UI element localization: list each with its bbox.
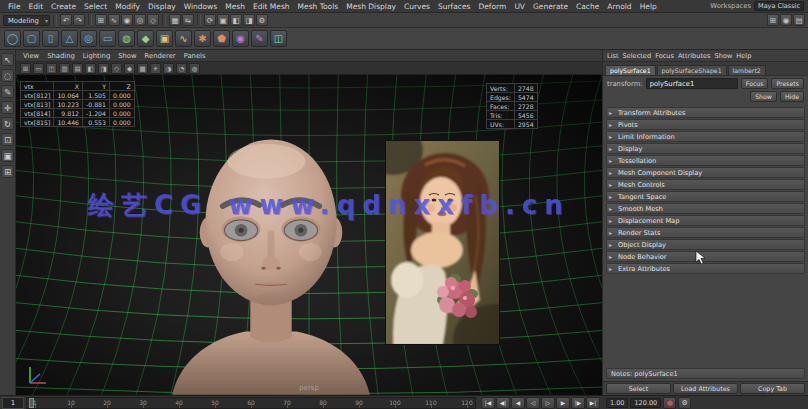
menu-edit[interactable]: Edit [25,2,48,11]
step-forward-key-button[interactable]: |▶ [571,397,585,409]
textured-icon[interactable]: ▩ [137,63,148,74]
step-back-frame-button[interactable]: ◀ [511,397,525,409]
table-cell[interactable]: 10.064 [54,91,83,100]
camera-lock-icon[interactable]: ◉ [780,14,792,26]
table-cell[interactable]: 0.553 [83,118,110,127]
gear-icon[interactable]: ✱ [194,30,211,47]
ae-menu-help[interactable]: Help [736,52,751,60]
go-to-start-button[interactable]: |◀ [481,397,495,409]
section-tessellation[interactable]: ▸Tessellation [606,155,805,166]
play-forwards-button[interactable]: ▷ [541,397,555,409]
poly-disc-icon[interactable]: ◍ [118,30,135,47]
menu-curves[interactable]: Curves [400,2,434,11]
menu-arnold[interactable]: Arnold [603,2,635,11]
section-mesh-component-display[interactable]: ▸Mesh Component Display [606,167,805,178]
section-extra-attributes[interactable]: ▸Extra Attributes [606,263,805,274]
scale-tool-icon[interactable]: ⊡ [1,133,14,146]
panel-menu-shading[interactable]: Shading [44,52,78,60]
lasso-tool-icon[interactable]: ◌ [1,69,14,82]
ae-menu-list[interactable]: List [607,52,619,60]
hud-toggle-icon[interactable]: ▤ [793,14,805,26]
menu-set-selector[interactable]: Modeling [3,15,50,26]
poly-cube-icon[interactable]: ▢ [23,30,40,47]
panel-menu-lighting[interactable]: Lighting [80,52,113,60]
menu-edit-mesh[interactable]: Edit Mesh [249,2,294,11]
ipr-render-icon[interactable]: ◨ [243,14,255,26]
menu-windows[interactable]: Windows [180,2,221,11]
move-tool-icon[interactable]: ✛ [1,101,14,114]
symmetry-icon[interactable]: ⇋ [182,14,194,26]
ae-tab-polysurface1[interactable]: polySurface1 [605,65,656,75]
table-cell[interactable]: 0.000 [110,91,135,100]
component-editor-overlay[interactable]: vtxXYZvtx[812]10.0641.5050.000vtx[813]10… [20,81,135,127]
load-attributes-button[interactable]: Load Attributes [673,383,738,394]
safe-action-icon[interactable]: ◧ [85,63,96,74]
section-mesh-controls[interactable]: ▸Mesh Controls [606,179,805,190]
section-render-stats[interactable]: ▸Render Stats [606,227,805,238]
open-render-view-icon[interactable]: ▣ [217,14,229,26]
panel-menu-panels[interactable]: Panels [181,52,209,60]
table-cell[interactable]: 1.505 [83,91,110,100]
section-transform-attributes[interactable]: ▸Transform Attributes [606,107,805,118]
table-cell[interactable]: vtx[812] [21,91,54,100]
super-ellipse-icon[interactable]: ◉ [232,30,249,47]
table-row[interactable]: vtx[812]10.0641.5050.000 [21,91,135,100]
menu-mesh-tools[interactable]: Mesh Tools [294,2,343,11]
table-cell[interactable]: 0.000 [110,109,135,118]
select-button[interactable]: Select [606,383,671,394]
table-row[interactable]: vtx[815]10.4460.5530.000 [21,118,135,127]
table-cell[interactable]: -1.204 [83,109,110,118]
menu-file[interactable]: File [4,2,25,11]
ae-tab-lambert2[interactable]: lambert2 [728,65,766,75]
soccer-ball-icon[interactable]: ⬟ [213,30,230,47]
table-cell[interactable]: vtx[815] [21,118,54,127]
table-cell[interactable]: 0.000 [110,118,135,127]
menu-generate[interactable]: Generate [529,2,572,11]
node-name-field[interactable]: polySurface1 [646,78,738,89]
rotate-tool-icon[interactable]: ↻ [1,117,14,130]
ae-tab-polysurfaceshape1[interactable]: polySurfaceShape1 [657,65,727,75]
section-tangent-space[interactable]: ▸Tangent Space [606,191,805,202]
poly-cone-icon[interactable]: △ [61,30,78,47]
wireframe-icon[interactable]: ◇ [111,63,122,74]
menu-deform[interactable]: Deform [474,2,510,11]
snap-projected-center-icon[interactable]: ◎ [134,14,146,26]
section-pivots[interactable]: ▸Pivots [606,119,805,130]
menu-select[interactable]: Select [80,2,111,11]
step-back-key-button[interactable]: ◀| [496,397,510,409]
table-cell[interactable]: 9.812 [54,109,83,118]
single-pane-layout-icon[interactable]: ▣ [1,149,14,162]
range-start-field[interactable]: 1.00 [606,398,628,408]
notes-bar[interactable]: Notes: polySurface1 [606,368,805,379]
presets-button[interactable]: Presets [771,78,804,89]
range-end-field[interactable]: 120.00 [630,398,661,408]
redo-icon[interactable]: ↷ [73,14,85,26]
resolution-gate-icon[interactable]: ◫ [46,63,57,74]
poly-torus-icon[interactable]: ◎ [80,30,97,47]
head-model[interactable] [156,123,386,395]
undo-icon[interactable]: ↶ [60,14,72,26]
play-backwards-button[interactable]: ◁ [526,397,540,409]
xray-icon[interactable]: ◍ [189,63,200,74]
helix-icon[interactable]: ∿ [175,30,192,47]
time-slider-track[interactable]: 1102030405060708090100110120 [26,397,476,409]
snap-curve-icon[interactable]: ∿ [108,14,120,26]
render-settings-icon[interactable]: ⚙ [256,14,268,26]
shadows-icon[interactable]: ◑ [163,63,174,74]
section-display[interactable]: ▸Display [606,143,805,154]
menu-modify[interactable]: Modify [111,2,144,11]
snap-view-plane-icon[interactable]: ◇ [147,14,159,26]
workspace-selector[interactable]: Maya Classic [754,1,804,11]
panel-menu-renderer[interactable]: Renderer [142,52,179,60]
table-cell[interactable]: -0.881 [83,100,110,109]
section-object-display[interactable]: ▸Object Display [606,239,805,250]
film-gate-icon[interactable]: ▭ [33,63,44,74]
perspective-viewport[interactable]: ViewShadingLightingShowRendererPanels ⊞▭… [16,50,602,395]
table-cell[interactable]: vtx[814] [21,109,54,118]
mirror-icon[interactable]: ◫ [270,30,287,47]
ae-menu-selected[interactable]: Selected [623,52,652,60]
render-current-frame-icon[interactable]: ◧ [230,14,242,26]
menu-help[interactable]: Help [636,2,661,11]
four-pane-layout-icon[interactable]: ⊞ [1,165,14,178]
platonic-solid-icon[interactable]: ◆ [137,30,154,47]
